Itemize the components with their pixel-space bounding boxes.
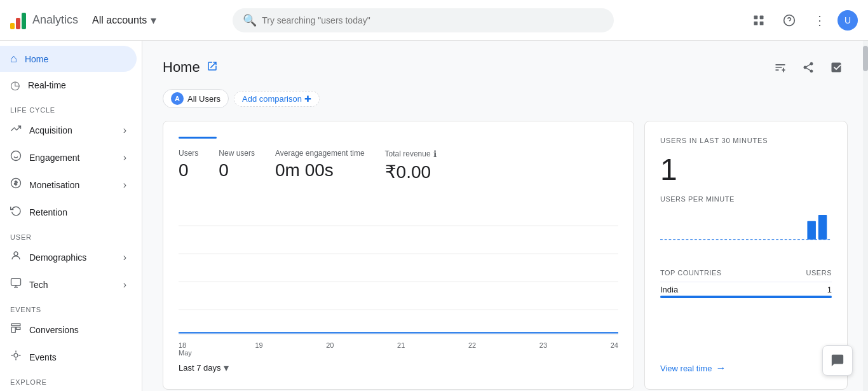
all-users-chip[interactable]: A All Users xyxy=(163,89,229,108)
sidebar-item-events[interactable]: Events xyxy=(0,343,137,371)
header-actions xyxy=(769,56,848,79)
metric-avg-engagement-label: Average engagement time xyxy=(275,149,365,158)
add-icon: ✚ xyxy=(304,94,311,104)
realtime-chart xyxy=(660,208,832,259)
country-bar-india xyxy=(660,296,832,298)
date-label-23: 23 xyxy=(539,341,547,357)
expand-icon-demographics: › xyxy=(123,252,126,263)
period-selector[interactable]: Last 7 days ▾ xyxy=(179,357,618,374)
search-input[interactable] xyxy=(262,15,604,25)
sidebar-item-label-conversions: Conversions xyxy=(29,325,79,335)
account-selector[interactable]: All accounts ▾ xyxy=(86,10,163,31)
info-icon[interactable]: ℹ xyxy=(433,149,437,159)
expand-icon-tech: › xyxy=(123,279,126,291)
realtime-count: 1 xyxy=(660,154,832,185)
main-chart xyxy=(179,198,618,338)
metric-total-revenue-label: Total revenue ℹ xyxy=(385,149,437,159)
sidebar-item-admin[interactable]: Admin xyxy=(0,388,137,391)
home-icon: ⌂ xyxy=(10,52,17,65)
sidebar-item-acquisition[interactable]: Acquisition › xyxy=(0,116,137,144)
chart-svg xyxy=(179,198,618,338)
search-bar[interactable]: 🔍 xyxy=(233,8,614,32)
logo-bar-green xyxy=(22,13,26,29)
svg-rect-0 xyxy=(754,15,757,19)
date-label-19: 19 xyxy=(255,341,262,357)
sidebar-item-conversions[interactable]: Conversions xyxy=(0,316,137,343)
scrollbar-track xyxy=(863,41,868,391)
card-tab-indicator xyxy=(179,137,217,139)
metric-users: Users 0 xyxy=(179,149,198,182)
date-axis: 18 May 19 20 21 22 23 24 xyxy=(179,338,618,357)
monetisation-icon xyxy=(10,177,22,192)
metrics-row: Users 0 New users 0 Average engagement t… xyxy=(179,149,618,182)
sidebar-item-tech[interactable]: Tech › xyxy=(0,271,137,298)
svg-point-6 xyxy=(11,151,21,161)
add-comparison-button[interactable]: Add comparison ✚ xyxy=(234,91,320,107)
date-label-18: 18 May xyxy=(179,341,192,357)
metric-avg-engagement: Average engagement time 0m 00s xyxy=(275,149,365,182)
svg-point-12 xyxy=(14,353,18,357)
page-title-area: Home xyxy=(163,59,218,76)
sidebar-item-label-tech: Tech xyxy=(29,280,48,290)
users-column-label: USERS xyxy=(806,269,832,277)
chevron-down-icon: ▾ xyxy=(151,13,156,27)
comparison-bar: A All Users Add comparison ✚ xyxy=(163,89,848,108)
expand-icon-engagement: › xyxy=(123,152,126,163)
metric-new-users-label: New users xyxy=(219,149,255,158)
top-navigation: Analytics All accounts ▾ 🔍 ⋮ U xyxy=(0,0,868,41)
customize-report-button[interactable] xyxy=(769,56,792,79)
metric-avg-engagement-value: 0m 00s xyxy=(275,160,365,181)
feedback-button[interactable] xyxy=(822,345,853,376)
metric-users-value: 0 xyxy=(179,160,198,181)
realtime-icon: ◷ xyxy=(10,78,20,92)
svg-rect-25 xyxy=(818,215,827,240)
metric-users-label: Users xyxy=(179,149,198,158)
apps-button[interactable] xyxy=(746,8,771,33)
scrollbar-thumb[interactable] xyxy=(863,46,868,71)
dashboard-grid: Users 0 New users 0 Average engagement t… xyxy=(163,121,848,390)
logo-bar-red xyxy=(16,18,20,29)
search-icon: 🔍 xyxy=(243,13,257,27)
sidebar-item-realtime[interactable]: ◷ Real-time xyxy=(0,72,137,99)
help-button[interactable] xyxy=(776,8,802,33)
sidebar-item-label-home: Home xyxy=(25,54,48,64)
realtime-section-label: USERS IN LAST 30 MINUTES xyxy=(660,137,832,144)
view-realtime-link[interactable]: View real time → xyxy=(660,357,832,374)
more-options-button[interactable]: ⋮ xyxy=(807,8,832,33)
engagement-icon xyxy=(10,150,22,165)
sidebar-item-label-demographics: Demographics xyxy=(29,252,86,263)
add-comparison-label: Add comparison xyxy=(242,94,302,104)
users-per-minute-label: USERS PER MINUTE xyxy=(660,195,832,203)
events-section-label: EVENTS xyxy=(0,298,142,316)
sidebar-item-retention[interactable]: Retention xyxy=(0,198,137,226)
country-row-india: India 1 xyxy=(660,282,832,301)
explore-section-label: EXPLORE xyxy=(0,371,142,388)
metric-new-users: New users 0 xyxy=(219,149,255,182)
insights-button[interactable] xyxy=(825,56,848,79)
date-label-24: 24 xyxy=(611,341,618,357)
all-users-chip-label: All Users xyxy=(187,94,220,104)
sidebar-item-engagement[interactable]: Engagement › xyxy=(0,144,137,171)
user-section-label: USER xyxy=(0,226,142,244)
avatar[interactable]: U xyxy=(837,10,858,31)
events-icon xyxy=(10,350,22,364)
svg-rect-11 xyxy=(11,278,21,285)
sidebar-item-monetisation[interactable]: Monetisation › xyxy=(0,171,137,198)
date-label-21: 21 xyxy=(397,341,405,357)
period-label: Last 7 days xyxy=(179,363,221,373)
metric-total-revenue-value: ₹0.00 xyxy=(385,161,437,182)
expand-icon-acquisition: › xyxy=(123,125,126,136)
main-layout: ⌂ Home ◷ Real-time LIFE CYCLE Acquisitio… xyxy=(0,41,868,391)
sidebar-item-label-realtime: Real-time xyxy=(28,80,66,90)
share-button[interactable] xyxy=(797,56,820,79)
sidebar-item-label-events: Events xyxy=(29,352,57,362)
period-dropdown-icon: ▾ xyxy=(224,362,229,374)
sidebar-item-home[interactable]: ⌂ Home xyxy=(0,46,137,72)
external-link-icon[interactable] xyxy=(207,60,218,75)
main-analytics-card: Users 0 New users 0 Average engagement t… xyxy=(163,121,634,390)
country-bar-container-india xyxy=(660,296,832,298)
main-content: Home A xyxy=(142,41,868,391)
page-header: Home xyxy=(163,56,848,79)
sidebar-item-demographics[interactable]: Demographics › xyxy=(0,244,137,271)
lifecycle-section-label: LIFE CYCLE xyxy=(0,99,142,116)
